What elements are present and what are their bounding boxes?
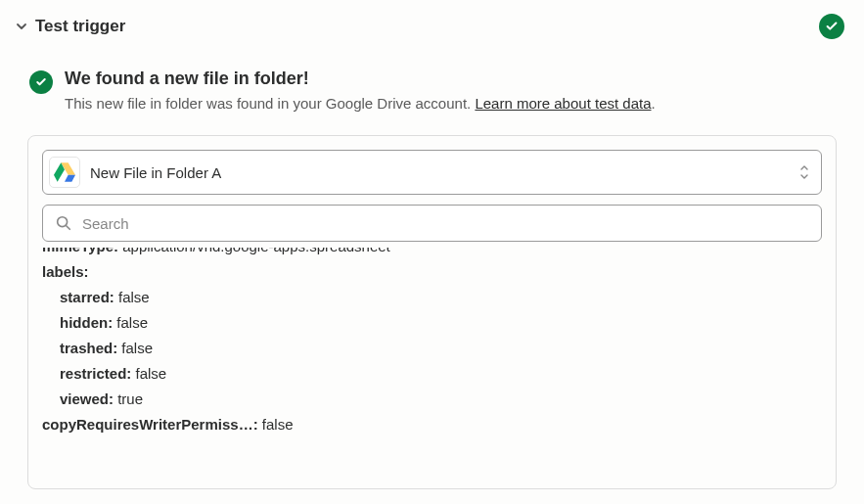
message-body-prefix: This new file in folder was found in you… xyxy=(65,95,475,112)
data-scroll-area[interactable]: title: Readers List mimeType: applicatio… xyxy=(42,248,822,488)
field-viewed: viewed: true xyxy=(42,387,822,412)
header-title: Test trigger xyxy=(35,17,819,36)
message-heading: We found a new file in folder! xyxy=(65,69,656,89)
field-starred: starred: false xyxy=(42,285,822,310)
status-success-icon xyxy=(819,14,844,39)
section-header[interactable]: Test trigger xyxy=(0,0,864,39)
learn-more-link[interactable]: Learn more about test data xyxy=(475,95,651,112)
field-trashed: trashed: false xyxy=(42,336,822,361)
selector-updown-icon xyxy=(797,163,811,181)
search-icon xyxy=(55,214,72,232)
message-body-suffix: . xyxy=(652,95,656,112)
field-hidden: hidden: false xyxy=(42,310,822,336)
google-drive-icon xyxy=(49,157,80,188)
field-restricted: restricted: false xyxy=(42,361,822,387)
svg-point-0 xyxy=(58,217,68,227)
field-mimetype: mimeType: application/vnd.google-apps.sp… xyxy=(42,248,822,259)
file-selector[interactable]: New File in Folder A xyxy=(42,150,822,195)
message-block: We found a new file in folder! This new … xyxy=(0,39,864,127)
field-labels: labels: xyxy=(42,259,822,285)
message-body: This new file in folder was found in you… xyxy=(65,95,656,112)
file-selector-label: New File in Folder A xyxy=(90,164,788,181)
data-panel: New File in Folder A title: Readers List… xyxy=(27,135,837,489)
field-copy: copyRequiresWriterPermiss…: false xyxy=(42,412,822,437)
message-success-icon xyxy=(29,70,53,94)
chevron-down-icon xyxy=(14,19,29,34)
search-input[interactable] xyxy=(82,215,809,232)
search-box[interactable] xyxy=(42,205,822,242)
